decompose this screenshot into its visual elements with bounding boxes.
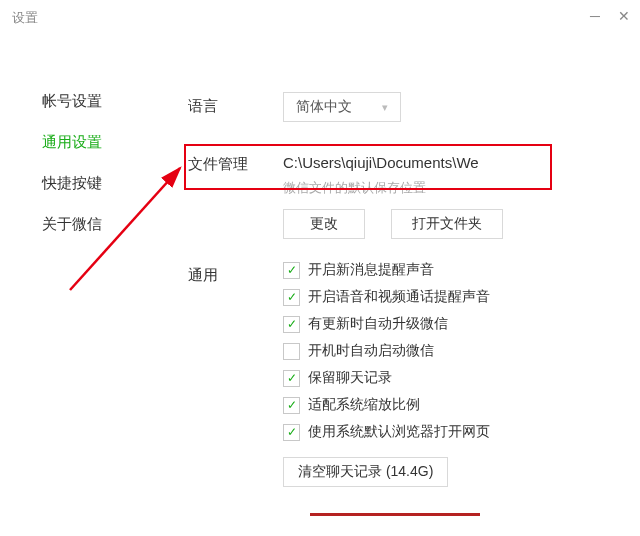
checkbox-icon	[283, 370, 300, 387]
language-label: 语言	[188, 92, 283, 116]
checkbox-option[interactable]: 开机时自动启动微信	[283, 342, 610, 360]
sidebar-item-shortcuts[interactable]: 快捷按键	[42, 174, 140, 193]
checkbox-label: 有更新时自动升级微信	[308, 315, 448, 333]
titlebar: 设置 ─ ✕	[0, 0, 640, 36]
checkbox-icon	[283, 424, 300, 441]
checkbox-icon	[283, 289, 300, 306]
checkbox-option[interactable]: 开启新消息提醒声音	[283, 261, 610, 279]
open-folder-button[interactable]: 打开文件夹	[391, 209, 503, 239]
checkbox-option[interactable]: 保留聊天记录	[283, 369, 610, 387]
open-folder-button-label: 打开文件夹	[412, 215, 482, 233]
file-buttons: 更改 打开文件夹	[283, 209, 610, 239]
checkbox-icon	[283, 397, 300, 414]
general-row: 通用 开启新消息提醒声音开启语音和视频通话提醒声音有更新时自动升级微信开机时自动…	[188, 261, 610, 487]
sidebar-item-label: 帐号设置	[42, 92, 102, 109]
change-button[interactable]: 更改	[283, 209, 365, 239]
checkbox-label: 开启新消息提醒声音	[308, 261, 434, 279]
sidebar: 帐号设置 通用设置 快捷按键 关于微信	[0, 36, 140, 536]
file-manage-row: 文件管理 C:\Users\qiuji\Documents\We 微信文件的默认…	[188, 150, 610, 239]
file-path: C:\Users\qiuji\Documents\We	[283, 150, 610, 175]
container: 帐号设置 通用设置 快捷按键 关于微信 语言 简体中文 ▾ 文件管理 C:\Us…	[0, 36, 640, 536]
language-content: 简体中文 ▾	[283, 92, 610, 122]
checkbox-label: 开启语音和视频通话提醒声音	[308, 288, 490, 306]
checkbox-label: 开机时自动启动微信	[308, 342, 434, 360]
window-title: 设置	[12, 9, 38, 27]
checkbox-icon	[283, 262, 300, 279]
checkbox-option[interactable]: 适配系统缩放比例	[283, 396, 610, 414]
language-row: 语言 简体中文 ▾	[188, 92, 610, 122]
file-manage-content: C:\Users\qiuji\Documents\We 微信文件的默认保存位置 …	[283, 150, 610, 239]
sidebar-item-about[interactable]: 关于微信	[42, 215, 140, 234]
checkbox-option[interactable]: 使用系统默认浏览器打开网页	[283, 423, 610, 441]
checkbox-icon	[283, 316, 300, 333]
checkbox-icon	[283, 343, 300, 360]
checkbox-label: 保留聊天记录	[308, 369, 392, 387]
sidebar-item-label: 通用设置	[42, 133, 102, 150]
general-options: 开启新消息提醒声音开启语音和视频通话提醒声音有更新时自动升级微信开机时自动启动微…	[283, 261, 610, 441]
language-selected: 简体中文	[296, 98, 352, 116]
file-hint: 微信文件的默认保存位置	[283, 179, 610, 197]
chevron-down-icon: ▾	[382, 101, 388, 114]
file-manage-label: 文件管理	[188, 150, 283, 174]
change-button-label: 更改	[310, 215, 338, 233]
window-controls: ─ ✕	[590, 8, 630, 24]
main-panel: 语言 简体中文 ▾ 文件管理 C:\Users\qiuji\Documents\…	[140, 36, 640, 536]
general-content: 开启新消息提醒声音开启语音和视频通话提醒声音有更新时自动升级微信开机时自动启动微…	[283, 261, 610, 487]
sidebar-item-label: 关于微信	[42, 215, 102, 232]
sidebar-item-account[interactable]: 帐号设置	[42, 92, 140, 111]
sidebar-item-label: 快捷按键	[42, 174, 102, 191]
checkbox-option[interactable]: 有更新时自动升级微信	[283, 315, 610, 333]
checkbox-option[interactable]: 开启语音和视频通话提醒声音	[283, 288, 610, 306]
close-icon[interactable]: ✕	[618, 8, 630, 24]
checkbox-label: 使用系统默认浏览器打开网页	[308, 423, 490, 441]
clear-chat-label: 清空聊天记录 (14.4G)	[298, 463, 433, 481]
clear-chat-button[interactable]: 清空聊天记录 (14.4G)	[283, 457, 448, 487]
sidebar-item-general[interactable]: 通用设置	[42, 133, 140, 152]
general-label: 通用	[188, 261, 283, 285]
language-select[interactable]: 简体中文 ▾	[283, 92, 401, 122]
checkbox-label: 适配系统缩放比例	[308, 396, 420, 414]
minimize-icon[interactable]: ─	[590, 8, 600, 24]
